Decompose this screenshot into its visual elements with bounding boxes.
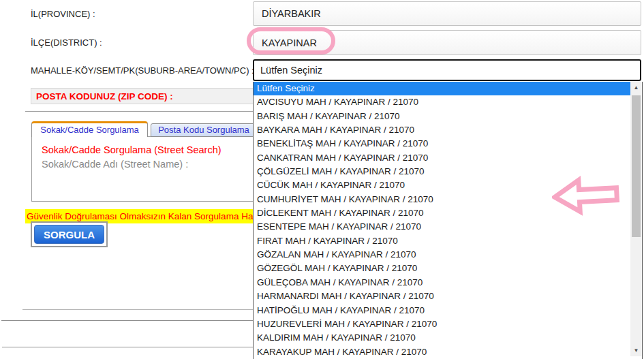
province-label: İL(PROVINCE) : (31, 9, 95, 19)
dropdown-option[interactable]: GÖZEGÖL MAH / KAYAPINAR / 21070 (254, 262, 630, 275)
tab-street-label: Sokak/Cadde Sorgulama (40, 125, 139, 135)
scroll-up-icon[interactable]: ▲ (630, 82, 642, 93)
container-border-line (1, 320, 253, 321)
sorgula-button[interactable]: SORGULA (34, 225, 104, 244)
dropdown-option[interactable]: BAYKARA MAH / KAYAPINAR / 21070 (254, 123, 630, 137)
mahalle-select[interactable]: Lütfen Seçiniz (253, 59, 641, 81)
street-name-label: Sokak/Cadde Adı (Street Name) : (42, 159, 188, 170)
dropdown-option[interactable]: KALDIRIM MAH / KAYAPINAR / 21070 (254, 331, 630, 345)
security-warning-text: Güvenlik Doğrulaması Olmaksızın Kalan So… (27, 211, 253, 221)
district-label: İLÇE(DISTRICT) : (31, 37, 102, 48)
street-search-heading: Sokak/Cadde Sorgulama (Street Search) (42, 144, 221, 155)
scrollbar-thumb[interactable] (632, 95, 641, 237)
dropdown-option[interactable]: BENEKLİTAŞ MAH / KAYAPINAR / 21070 (254, 137, 630, 151)
dropdown-option[interactable]: FIRAT MAH / KAYAPINAR / 21070 (254, 234, 630, 248)
postal-code-lookup-page: İL(PROVINCE) : İLÇE(DISTRICT) : MAHALLE-… (0, 0, 644, 359)
scroll-down-icon[interactable]: ▼ (630, 345, 642, 356)
sorgula-button-label: SORGULA (44, 229, 95, 240)
dropdown-option[interactable]: DİCLEKENT MAH / KAYAPINAR / 21070 (254, 206, 630, 220)
province-field[interactable]: DİYARBAKIR (253, 1, 641, 26)
dropdown-option[interactable]: ESENTEPE MAH / KAYAPINAR / 21070 (254, 220, 630, 234)
mahalle-dropdown-list: Lütfen SeçinizAVCISUYU MAH / KAYAPINAR /… (253, 82, 643, 359)
tab-postal-label: Posta Kodu Sorgulama (158, 125, 249, 135)
dropdown-option[interactable]: HUZUREVLERİ MAH / KAYAPINAR / 21070 (254, 317, 630, 331)
dropdown-option[interactable]: CANKATRAN MAH / KAYAPINAR / 21070 (254, 151, 630, 165)
dropdown-option[interactable]: GÖZALAN MAH / KAYAPINAR / 21070 (254, 248, 630, 262)
dropdown-option[interactable]: KARAYAKUP MAH / KAYAPINAR / 21070 (254, 345, 630, 359)
zip-code-label: POSTA KODUNUZ (ZIP CODE) : (36, 91, 173, 102)
container-border-line (2, 347, 253, 347)
district-field[interactable]: KAYAPINAR (253, 30, 641, 55)
mahalle-label: MAHALLE-KÖY/SEMT/PK(SUBURB-AREA/TOWN/PC)… (31, 65, 254, 76)
dropdown-option[interactable]: HARMANARDI MAH / KAYAPINAR / 21070 (254, 290, 630, 303)
tab-postal-code-search[interactable]: Posta Kodu Sorgulama (151, 123, 257, 137)
dropdown-option[interactable]: GÜLEÇOBA MAH / KAYAPINAR / 21070 (254, 276, 630, 290)
dropdown-scrollbar[interactable]: ▲ ▼ (630, 82, 642, 356)
dropdown-option[interactable]: CUMHURİYET MAH / KAYAPINAR / 21070 (254, 193, 630, 206)
dropdown-option[interactable]: CÜCÜK MAH / KAYAPINAR / 21070 (254, 178, 630, 192)
dropdown-option[interactable]: AVCISUYU MAH / KAYAPINAR / 21070 (254, 95, 630, 109)
dropdown-option[interactable]: Lütfen Seçiniz (254, 82, 630, 95)
dropdown-option[interactable]: BARIŞ MAH / KAYAPINAR / 21070 (254, 110, 630, 123)
mahalle-selected-value: Lütfen Seçiniz (260, 65, 322, 76)
dropdown-option[interactable]: HATİPOĞLU MAH / KAYAPINAR / 21070 (254, 304, 630, 317)
district-value: KAYAPINAR (262, 37, 317, 48)
dropdown-option[interactable]: ÇÖLGÜZELİ MAH / KAYAPINAR / 21070 (254, 165, 630, 178)
container-border-line (22, 309, 253, 310)
tab-street-search[interactable]: Sokak/Cadde Sorgulama (31, 121, 148, 137)
mahalle-option-list: Lütfen SeçinizAVCISUYU MAH / KAYAPINAR /… (254, 82, 642, 359)
sorgula-button-frame: SORGULA (31, 221, 108, 247)
province-value: DİYARBAKIR (262, 8, 321, 19)
